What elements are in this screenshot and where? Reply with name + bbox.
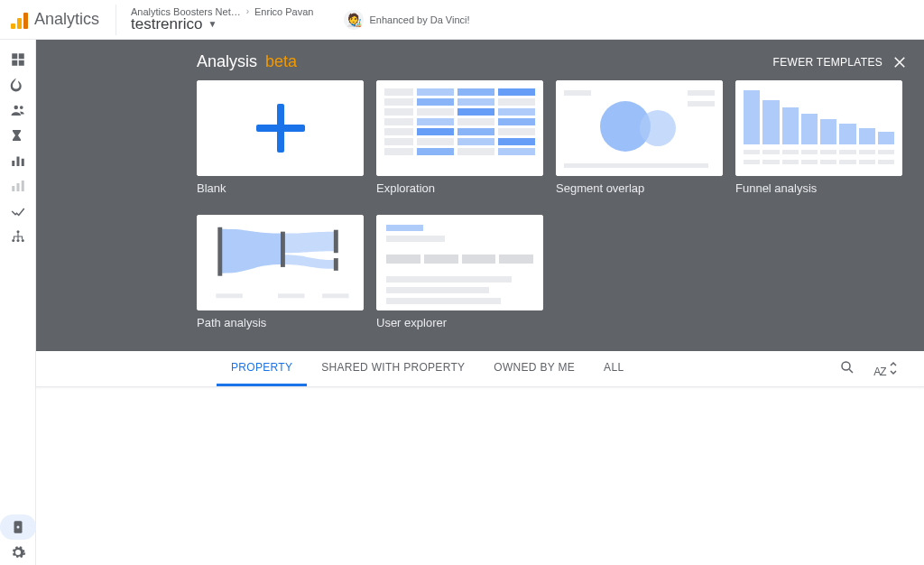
svg-rect-10 <box>16 183 19 191</box>
templates-title-text: Analysis <box>197 52 257 70</box>
template-label: Path analysis <box>197 316 364 329</box>
breadcrumb[interactable]: Analytics Boosters Net… › Enrico Pavan t… <box>116 5 328 35</box>
analysis-list-tabs: PROPERTY SHARED WITH PROPERTY OWNED BY M… <box>36 351 924 387</box>
template-card-user-explorer[interactable]: User explorer <box>376 215 543 329</box>
nav-tree-icon[interactable] <box>0 224 36 249</box>
svg-rect-24 <box>322 293 348 298</box>
svg-rect-21 <box>334 258 338 271</box>
template-thumb-segment-overlap <box>556 80 723 176</box>
left-nav-rail <box>0 40 36 565</box>
template-label: Exploration <box>376 181 543 195</box>
template-thumb-blank <box>197 80 364 176</box>
main-content: Analysis beta FEWER TEMPLATES Blank <box>36 40 924 565</box>
tab-all[interactable]: ALL <box>589 351 638 386</box>
tab-property[interactable]: PROPERTY <box>217 351 307 386</box>
svg-rect-0 <box>12 53 17 59</box>
caret-down-icon: ▼ <box>208 19 217 29</box>
close-icon <box>892 54 908 70</box>
svg-point-14 <box>16 239 19 242</box>
app-header: Analytics Analytics Boosters Net… › Enri… <box>0 0 924 40</box>
nav-audience-icon[interactable] <box>0 97 36 123</box>
search-icon[interactable] <box>839 359 855 378</box>
template-card-funnel[interactable]: Funnel analysis <box>735 80 902 195</box>
svg-rect-11 <box>21 181 23 191</box>
svg-point-15 <box>21 239 23 242</box>
svg-rect-2 <box>12 60 17 66</box>
template-label: Funnel analysis <box>735 181 902 195</box>
app-name: Analytics <box>34 10 99 29</box>
svg-rect-3 <box>18 60 23 66</box>
svg-rect-8 <box>21 159 23 166</box>
svg-rect-6 <box>12 161 14 166</box>
enhanced-label: Enhanced by Da Vinci! <box>369 14 469 25</box>
template-card-path[interactable]: Path analysis <box>197 215 364 329</box>
template-thumb-funnel <box>735 80 902 176</box>
sort-az-label: AZ <box>873 366 885 378</box>
nav-barchart-icon[interactable] <box>0 148 36 173</box>
property-name: testrenrico <box>131 15 202 33</box>
svg-rect-18 <box>217 227 222 276</box>
tab-shared-with-property[interactable]: SHARED WITH PROPERTY <box>307 351 479 386</box>
fewer-templates-label: FEWER TEMPLATES <box>773 56 882 69</box>
svg-point-12 <box>16 230 19 233</box>
sort-az-icon[interactable]: AZ <box>873 360 904 378</box>
template-label: Segment overlap <box>556 181 723 195</box>
svg-rect-22 <box>216 293 242 298</box>
templates-title: Analysis beta <box>197 52 297 71</box>
template-card-exploration[interactable]: Exploration <box>376 80 543 195</box>
svg-rect-20 <box>334 230 338 254</box>
template-thumb-user-explorer <box>376 215 543 310</box>
enhanced-badge[interactable]: 🧑‍🎨 Enhanced by Da Vinci! <box>337 6 476 33</box>
nav-dim-icon[interactable] <box>0 173 36 199</box>
enhanced-avatar-icon: 🧑‍🎨 <box>344 10 364 30</box>
template-card-blank[interactable]: Blank <box>197 80 364 195</box>
svg-rect-1 <box>18 53 23 59</box>
svg-rect-7 <box>16 157 19 167</box>
svg-point-25 <box>842 362 850 370</box>
nav-events-icon[interactable] <box>0 123 36 148</box>
nav-home-icon[interactable] <box>0 47 36 72</box>
template-thumb-exploration <box>376 80 543 176</box>
tab-owned-by-me[interactable]: OWNED BY ME <box>479 351 589 386</box>
template-card-segment-overlap[interactable]: Segment overlap <box>556 80 723 195</box>
template-label: Blank <box>197 181 364 195</box>
svg-point-4 <box>14 106 18 110</box>
svg-rect-23 <box>278 293 304 298</box>
beta-badge: beta <box>265 52 297 70</box>
svg-rect-19 <box>281 232 285 267</box>
template-label: User explorer <box>376 316 543 329</box>
analytics-logo-icon <box>11 11 29 29</box>
svg-rect-9 <box>12 186 14 191</box>
settings-gear-icon[interactable] <box>0 540 36 565</box>
svg-point-5 <box>19 106 23 109</box>
svg-point-17 <box>16 526 19 529</box>
nav-analysis-icon[interactable] <box>0 199 36 224</box>
nav-admin-icon[interactable] <box>0 514 36 540</box>
templates-zone: Analysis beta FEWER TEMPLATES Blank <box>36 40 924 351</box>
nav-realtime-icon[interactable] <box>0 72 36 97</box>
fewer-templates-button[interactable]: FEWER TEMPLATES <box>773 54 908 70</box>
template-thumb-path <box>197 215 364 310</box>
svg-point-13 <box>12 239 14 242</box>
app-logo[interactable]: Analytics <box>11 10 99 29</box>
